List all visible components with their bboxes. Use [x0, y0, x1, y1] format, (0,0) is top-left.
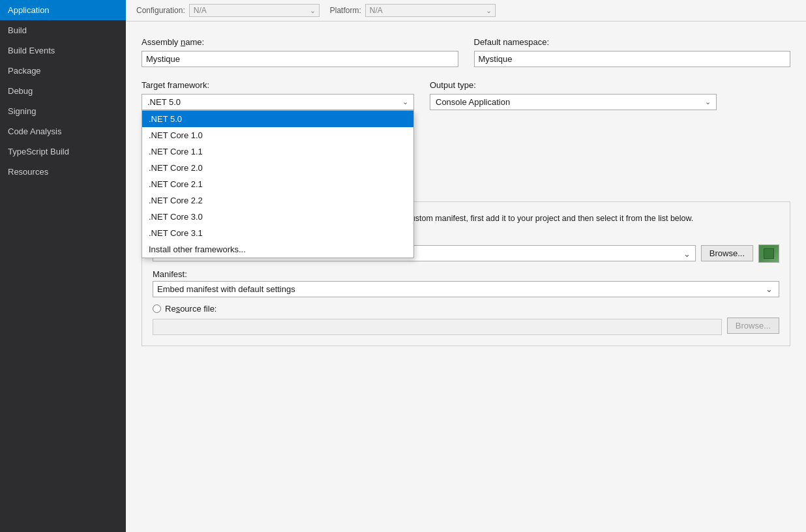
manifest-select[interactable]: Embed manifest with default settings [153, 281, 779, 297]
dropdown-item-netcore21[interactable]: .NET Core 2.1 [142, 176, 413, 192]
default-namespace-group: Default namespace: [474, 37, 791, 67]
topbar: Configuration: N/A Platform: N/A [126, 0, 806, 22]
browse-resource-button: Browse... [727, 318, 779, 334]
dropdown-item-netcore30[interactable]: .NET Core 3.0 [142, 209, 413, 225]
sidebar-item-resources[interactable]: Resources [0, 162, 126, 182]
assembly-name-group: Assembly name: [142, 37, 458, 67]
main-panel: Configuration: N/A Platform: N/A Assembl… [126, 0, 806, 532]
resource-file-input [153, 319, 722, 335]
sidebar-item-debug[interactable]: Debug [0, 81, 126, 101]
sidebar-item-label: Debug [8, 86, 33, 96]
sidebar: Application Build Build Events Package D… [0, 0, 126, 532]
sidebar-item-label: TypeScript Build [8, 147, 69, 156]
sidebar-item-label: Resources [8, 167, 48, 177]
sidebar-item-application[interactable]: Application [0, 0, 126, 20]
resource-file-radio-row: Resource file: [153, 304, 779, 314]
output-type-dropdown-btn[interactable]: Console Application ⌄ [430, 94, 717, 110]
dropdown-item-netcore22[interactable]: .NET Core 2.2 [142, 192, 413, 209]
configuration-select[interactable]: N/A [189, 4, 320, 17]
dropdown-item-netcore31[interactable]: .NET Core 3.1 [142, 225, 413, 241]
manifest-label: Manifest: [153, 269, 779, 279]
target-framework-dropdown-list: .NET 5.0 .NET Core 1.0 .NET Core 1.1 .NE… [142, 110, 414, 258]
target-framework-dropdown-btn[interactable]: .NET 5.0 ⌄ [142, 94, 414, 110]
resource-file-input-row: Browse... [153, 316, 779, 335]
dropdown-item-netcore11[interactable]: .NET Core 1.1 [142, 143, 413, 160]
configuration-group: Configuration: N/A [136, 4, 320, 17]
sidebar-item-typescript-build[interactable]: TypeScript Build [0, 141, 126, 162]
sidebar-item-label: Build [8, 25, 27, 35]
default-namespace-input[interactable] [474, 51, 791, 67]
resource-file-radio[interactable] [153, 304, 161, 313]
platform-group: Platform: N/A [330, 4, 496, 17]
target-framework-label: Target framework: [142, 80, 414, 90]
configuration-select-wrapper: N/A [189, 4, 320, 17]
icon-preview [758, 244, 779, 263]
dropdown-item-netcore20[interactable]: .NET Core 2.0 [142, 160, 413, 176]
assembly-name-label: Assembly name: [142, 37, 458, 47]
target-framework-group: Target framework: .NET 5.0 ⌄ .NET 5.0 .N… [142, 80, 414, 110]
dropdown-item-netcore10[interactable]: .NET Core 1.0 [142, 127, 413, 143]
dropdown-item-net50-selected[interactable]: .NET 5.0 [142, 111, 413, 127]
target-framework-value: .NET 5.0 [147, 97, 181, 107]
sidebar-item-package[interactable]: Package [0, 61, 126, 81]
sidebar-item-label: Build Events [8, 46, 55, 55]
sidebar-item-signing[interactable]: Signing [0, 101, 126, 121]
sidebar-item-build[interactable]: Build [0, 20, 126, 40]
sidebar-item-label: Package [8, 66, 41, 76]
browse-icon-button[interactable]: Browse... [701, 245, 753, 261]
configuration-label: Configuration: [136, 6, 185, 15]
sidebar-item-label: Code Analysis [8, 126, 61, 136]
dropdown-item-install-other[interactable]: Install other frameworks... [142, 241, 413, 258]
manifest-group: Manifest: Embed manifest with default se… [153, 269, 779, 297]
sidebar-item-label: Application [8, 5, 50, 15]
output-type-label: Output type: [430, 80, 717, 90]
platform-select-wrapper: N/A [365, 4, 496, 17]
platform-label: Platform: [330, 6, 361, 15]
sidebar-item-label: Signing [8, 106, 36, 116]
output-type-value: Console Application [436, 97, 510, 107]
assembly-namespace-row: Assembly name: Default namespace: [142, 37, 790, 67]
target-framework-dropdown-container: .NET 5.0 ⌄ .NET 5.0 .NET Core 1.0 .NET C… [142, 94, 414, 110]
manifest-wrapper: Embed manifest with default settings [153, 281, 779, 297]
framework-output-row: Target framework: .NET 5.0 ⌄ .NET 5.0 .N… [142, 80, 790, 110]
platform-select[interactable]: N/A [365, 4, 496, 17]
resource-file-label: Resource file: [165, 304, 217, 314]
content-area: Assembly name: Default namespace: Target… [126, 22, 806, 532]
sidebar-item-build-events[interactable]: Build Events [0, 40, 126, 61]
assembly-name-input[interactable] [142, 51, 458, 67]
output-type-group: Output type: Console Application ⌄ [430, 80, 717, 110]
chevron-down-icon: ⌄ [402, 98, 408, 106]
default-namespace-label: Default namespace: [474, 37, 791, 47]
chevron-down-icon-output: ⌄ [705, 98, 711, 106]
sidebar-item-code-analysis[interactable]: Code Analysis [0, 121, 126, 141]
